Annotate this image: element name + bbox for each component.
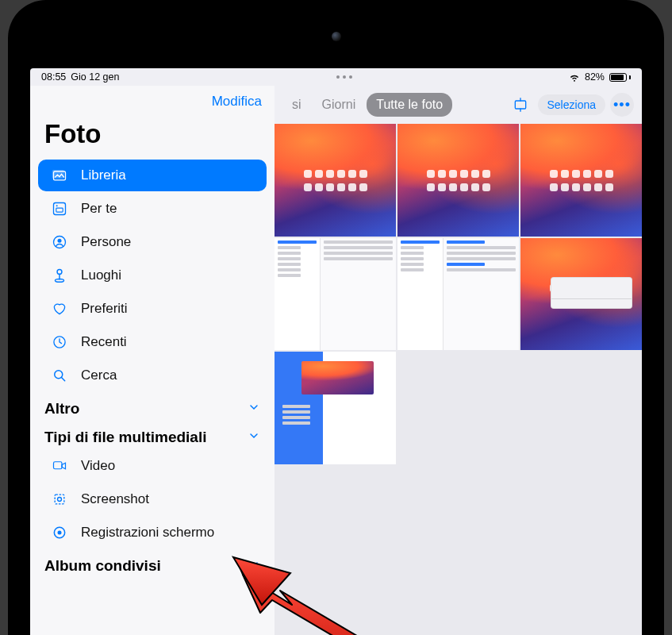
svg-point-8: [56, 279, 64, 283]
sidebar-item-label: Preferiti: [81, 301, 128, 317]
section-other[interactable]: Altro: [30, 392, 275, 421]
sidebar-title: Foto: [30, 116, 275, 159]
photo-thumb[interactable]: [397, 238, 519, 351]
tab-giorni[interactable]: Giorni: [313, 93, 366, 117]
view-segmented-control[interactable]: si Giorni Tutte le foto: [282, 93, 452, 117]
media-type-video[interactable]: Video: [38, 450, 267, 482]
status-date: Gio 12 gen: [71, 71, 119, 83]
edit-button[interactable]: Modifica: [212, 94, 262, 110]
media-type-screen-recording[interactable]: Registrazioni schermo: [38, 517, 267, 548]
sidebar-item-favorites[interactable]: Preferiti: [38, 293, 267, 325]
multitask-grabber[interactable]: [119, 75, 569, 79]
section-label: Tipi di file multimediali: [44, 429, 206, 446]
people-icon: [49, 233, 70, 251]
search-icon: [49, 367, 70, 384]
photo-thumb[interactable]: [520, 238, 642, 351]
sidebar-item-label: Cerca: [81, 368, 117, 383]
select-button[interactable]: Seleziona: [538, 94, 606, 115]
sidebar-item-label: Screenshot: [81, 491, 149, 507]
chevron-down-icon: [248, 429, 260, 446]
svg-rect-2: [54, 203, 66, 215]
aspect-ratio-icon: [512, 97, 529, 113]
photo-grid[interactable]: [275, 124, 642, 464]
sidebar-item-label: Libreria: [81, 167, 126, 183]
svg-point-15: [58, 531, 62, 535]
sidebar-item-search[interactable]: Cerca: [38, 360, 267, 391]
svg-rect-11: [54, 462, 63, 469]
sidebar-item-label: Per te: [81, 201, 117, 217]
sidebar-item-library[interactable]: Libreria: [38, 160, 267, 191]
screen: 08:55 Gio 12 gen 82% Modifi: [30, 68, 642, 635]
more-button[interactable]: •••: [610, 93, 634, 117]
places-icon: [49, 267, 70, 284]
sidebar-item-recents[interactable]: Recenti: [38, 326, 267, 358]
device-camera: [332, 32, 341, 41]
sidebar-item-for-you[interactable]: Per te: [38, 193, 267, 225]
ellipsis-icon: •••: [613, 97, 631, 114]
photo-thumb-empty: [520, 352, 642, 464]
photo-thumb[interactable]: [275, 352, 396, 464]
video-icon: [49, 457, 70, 475]
svg-point-7: [57, 269, 62, 274]
sidebar-item-people[interactable]: Persone: [38, 226, 267, 258]
svg-point-4: [56, 205, 58, 206]
photo-thumb[interactable]: [520, 124, 642, 237]
for-you-icon: [49, 200, 70, 217]
battery-percent: 82%: [585, 71, 605, 83]
media-type-screenshot[interactable]: Screenshot: [38, 483, 267, 515]
sidebar-item-label: Registrazioni schermo: [81, 525, 214, 541]
sidebar-item-places[interactable]: Luoghi: [38, 260, 267, 291]
svg-rect-16: [515, 101, 525, 109]
svg-rect-3: [56, 208, 63, 212]
photo-thumb[interactable]: [275, 124, 396, 237]
main-content: si Giorni Tutte le foto Seleziona •••: [275, 86, 642, 635]
device-frame: 08:55 Gio 12 gen 82% Modifi: [8, 0, 664, 635]
main-toolbar: si Giorni Tutte le foto Seleziona •••: [275, 86, 642, 124]
clock-icon: [49, 333, 70, 351]
sidebar-item-label: Recenti: [81, 334, 127, 350]
status-bar: 08:55 Gio 12 gen 82%: [30, 68, 642, 86]
tab-mesi[interactable]: si: [282, 93, 311, 117]
section-media-types[interactable]: Tipi di file multimediali: [30, 421, 275, 449]
svg-point-6: [58, 239, 62, 243]
section-shared-albums[interactable]: Album condivisi: [30, 549, 275, 578]
svg-point-13: [58, 498, 62, 502]
svg-rect-1: [52, 170, 64, 179]
heart-icon: [49, 300, 70, 318]
tab-tutte-le-foto[interactable]: Tutte le foto: [367, 93, 452, 117]
sidebar-item-label: Luoghi: [81, 267, 121, 283]
wifi-icon: [569, 71, 580, 83]
photo-thumb[interactable]: [397, 124, 519, 237]
status-time: 08:55: [41, 71, 66, 83]
sidebar: Modifica Foto Libreria Per te: [30, 86, 275, 635]
battery-icon: [609, 73, 631, 82]
sidebar-item-label: Persone: [81, 234, 131, 250]
screenshot-icon: [49, 491, 70, 508]
chevron-down-icon: [248, 400, 260, 418]
sidebar-item-label: Video: [81, 458, 115, 474]
photo-thumb-empty: [397, 352, 519, 464]
screen-recording-icon: [49, 524, 70, 541]
section-label: Album condivisi: [44, 557, 161, 575]
aspect-ratio-button[interactable]: [508, 93, 533, 117]
section-label: Altro: [44, 400, 79, 418]
svg-rect-12: [55, 495, 64, 504]
photo-thumb[interactable]: [275, 238, 396, 351]
chevron-down-icon: [248, 557, 260, 575]
photo-library-icon: [49, 167, 70, 184]
